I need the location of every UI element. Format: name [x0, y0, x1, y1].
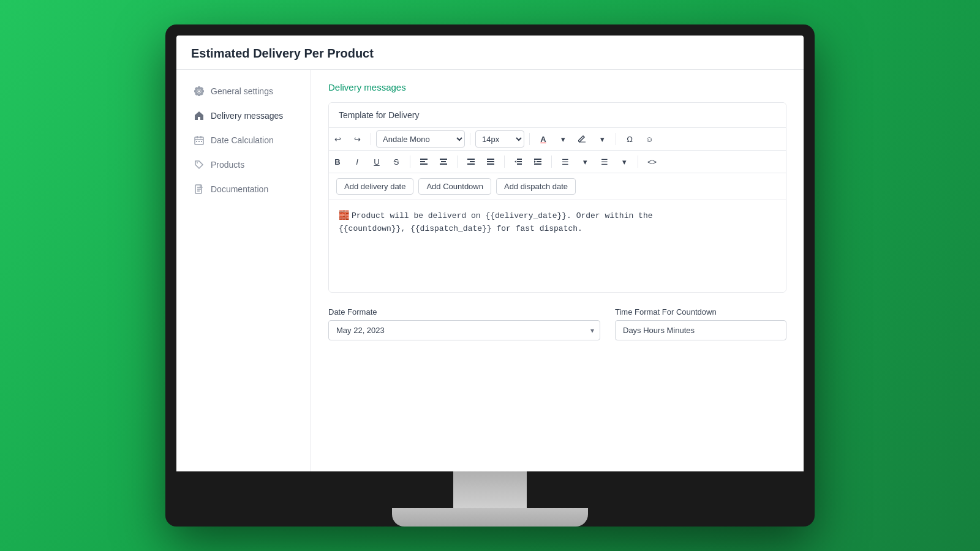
- svg-rect-8: [420, 163, 428, 165]
- toolbar-divider: [504, 156, 505, 168]
- toolbar-row-1: ↩ ↪ Andale Mono Arial Times New Roman 14…: [329, 128, 786, 151]
- align-left-button[interactable]: [415, 153, 432, 170]
- toolbar-divider: [410, 156, 410, 168]
- undo-button[interactable]: ↩: [329, 130, 346, 148]
- svg-rect-9: [440, 159, 447, 160]
- svg-rect-14: [467, 163, 475, 165]
- date-format-select-wrapper: May 22, 2023 22 May 2023 2023-05-22 ▾: [328, 320, 600, 340]
- svg-rect-2: [198, 141, 200, 142]
- monitor-stand-base: [392, 508, 588, 527]
- toolbar-divider: [551, 156, 552, 168]
- app-header: Estimated Delivery Per Product: [176, 36, 804, 70]
- monitor-stand-neck: [453, 471, 527, 508]
- content-emoji: 🧱: [339, 209, 349, 222]
- color-dropdown-button[interactable]: ▾: [554, 130, 571, 148]
- sidebar-item-date-calculation[interactable]: Date Calculation: [181, 129, 306, 152]
- list-dropdown-button[interactable]: ▾: [576, 153, 594, 170]
- calendar-icon: [194, 135, 205, 146]
- underline-button[interactable]: U: [368, 153, 385, 170]
- content-line1: Product will be deliverd on {{delivery_d…: [352, 211, 652, 220]
- sidebar-item-label: Date Calculation: [211, 135, 274, 145]
- svg-point-4: [197, 162, 198, 163]
- svg-rect-19: [517, 161, 522, 162]
- toolbar-divider: [470, 133, 470, 145]
- indent-button[interactable]: [529, 153, 546, 170]
- form-row: Date Formate May 22, 2023 22 May 2023 20…: [328, 307, 786, 340]
- sidebar: General settings Delivery messages: [176, 70, 311, 471]
- time-format-input[interactable]: [615, 320, 786, 340]
- svg-rect-16: [487, 161, 494, 162]
- redo-button[interactable]: ↪: [349, 130, 366, 148]
- svg-rect-12: [467, 159, 475, 160]
- document-icon: [194, 184, 205, 195]
- sidebar-item-delivery-messages[interactable]: Delivery messages: [181, 104, 306, 127]
- sidebar-item-label: General settings: [211, 86, 273, 96]
- bullet-list-button[interactable]: ☰: [557, 153, 574, 170]
- toolbar-divider: [638, 156, 638, 168]
- omega-button[interactable]: Ω: [621, 130, 638, 148]
- ordered-list-button[interactable]: ☰: [596, 153, 613, 170]
- toolbar-divider: [457, 156, 458, 168]
- italic-button[interactable]: I: [349, 153, 366, 170]
- toolbar-divider: [616, 133, 616, 145]
- time-format-label: Time Format For Countdown: [615, 307, 786, 317]
- editor-card-title: Template for Delivery: [329, 103, 786, 128]
- strikethrough-button[interactable]: S: [388, 153, 405, 170]
- svg-rect-21: [534, 159, 541, 160]
- emoji-button[interactable]: ☺: [641, 130, 658, 148]
- toolbar-row-2: B I U S: [329, 151, 786, 173]
- svg-rect-1: [196, 141, 197, 142]
- toolbar-divider: [371, 133, 371, 145]
- add-dispatch-date-button[interactable]: Add dispatch date: [496, 178, 576, 195]
- font-size-select[interactable]: 14px 12px 16px 18px: [475, 130, 524, 148]
- editor-card: Template for Delivery ↩ ↪ Andale Mono Ar…: [328, 102, 786, 293]
- svg-rect-3: [201, 141, 202, 142]
- svg-rect-11: [440, 163, 447, 165]
- sidebar-item-products[interactable]: Products: [181, 153, 306, 176]
- svg-rect-22: [537, 161, 541, 162]
- svg-rect-17: [487, 163, 494, 165]
- house-icon: [194, 110, 205, 121]
- date-format-select[interactable]: May 22, 2023 22 May 2023 2023-05-22: [328, 320, 600, 340]
- add-delivery-date-button[interactable]: Add delivery date: [336, 178, 413, 195]
- svg-rect-18: [517, 159, 522, 160]
- svg-rect-7: [420, 161, 425, 162]
- svg-rect-10: [441, 161, 446, 162]
- date-format-label: Date Formate: [328, 307, 600, 317]
- justify-button[interactable]: [482, 153, 499, 170]
- align-right-button[interactable]: [462, 153, 480, 170]
- editor-content-area[interactable]: 🧱Product will be deliverd on {{delivery_…: [329, 200, 786, 292]
- svg-rect-13: [470, 161, 475, 162]
- svg-rect-15: [487, 159, 494, 160]
- bold-button[interactable]: B: [329, 153, 346, 170]
- gear-icon: [194, 86, 205, 97]
- highlight-dropdown-button[interactable]: ▾: [594, 130, 611, 148]
- toolbar-divider: [529, 133, 530, 145]
- sidebar-item-label: Products: [211, 160, 244, 170]
- time-format-field: Time Format For Countdown: [615, 307, 786, 340]
- content-line2: {{countdown}}, {{dispatch_date}} for fas…: [339, 224, 582, 233]
- outdent-button[interactable]: [510, 153, 527, 170]
- code-button[interactable]: <>: [643, 153, 661, 170]
- tag-icon: [194, 159, 205, 170]
- ordered-list-dropdown-button[interactable]: ▾: [616, 153, 633, 170]
- add-countdown-button[interactable]: Add Countdown: [418, 178, 491, 195]
- svg-rect-6: [420, 159, 428, 160]
- text-color-button[interactable]: A: [535, 130, 552, 148]
- date-format-field: Date Formate May 22, 2023 22 May 2023 20…: [328, 307, 600, 340]
- sidebar-item-label: Documentation: [211, 184, 268, 194]
- highlight-button[interactable]: [574, 130, 591, 148]
- svg-rect-20: [517, 163, 522, 165]
- main-content: Delivery messages Template for Delivery …: [311, 70, 804, 471]
- insert-row: Add delivery date Add Countdown Add disp…: [329, 173, 786, 200]
- sidebar-item-documentation[interactable]: Documentation: [181, 178, 306, 201]
- align-center-button[interactable]: [435, 153, 452, 170]
- sidebar-item-general-settings[interactable]: General settings: [181, 80, 306, 103]
- sidebar-item-label: Delivery messages: [211, 111, 283, 121]
- font-family-select[interactable]: Andale Mono Arial Times New Roman: [376, 130, 465, 148]
- svg-rect-23: [534, 163, 541, 165]
- section-title: Delivery messages: [328, 82, 786, 92]
- app-title: Estimated Delivery Per Product: [191, 47, 789, 61]
